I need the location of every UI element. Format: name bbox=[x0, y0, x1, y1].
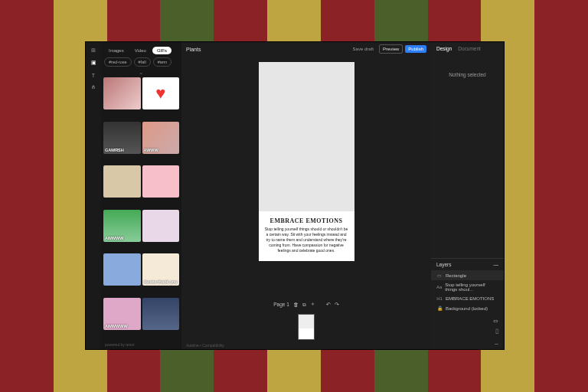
text-icon[interactable]: T bbox=[90, 71, 97, 79]
preview-button[interactable]: Preview bbox=[379, 44, 403, 54]
page-thumbnail[interactable] bbox=[298, 314, 315, 340]
gif-grid: ♥ GAWRSH AWWW AWWWW Awww thank you AWWWW… bbox=[101, 77, 181, 340]
redo-icon[interactable]: ↷ bbox=[335, 302, 339, 308]
document-title[interactable]: Plants bbox=[186, 47, 201, 52]
layers-collapse-icon[interactable]: — bbox=[494, 262, 499, 267]
gif-thumb[interactable] bbox=[103, 77, 141, 109]
main-area: Plants Save draft Preview Publish EMBRAC… bbox=[181, 42, 431, 349]
publish-button[interactable]: Publish bbox=[405, 45, 426, 53]
lock-icon: 🔒 bbox=[436, 305, 443, 311]
page[interactable]: EMBRACE EMOTIONS Stop telling yourself t… bbox=[259, 62, 354, 261]
heading-layer-icon: H1 bbox=[436, 296, 443, 301]
topbar: Plants Save draft Preview Publish bbox=[181, 42, 431, 56]
layer-row[interactable]: ▭Rectangle bbox=[431, 270, 504, 280]
delete-page-icon[interactable]: 🗑 bbox=[293, 302, 299, 307]
tab-document[interactable]: Document bbox=[458, 46, 481, 51]
embed-icon[interactable]: ⋔ bbox=[90, 83, 97, 91]
attribution: powered by tenor bbox=[101, 340, 181, 349]
gif-thumb[interactable] bbox=[142, 210, 180, 242]
gif-thumb[interactable] bbox=[142, 165, 180, 198]
more-tags[interactable]: ⌄ bbox=[101, 69, 181, 77]
layer-row[interactable]: AaStop telling yourself things shoul... bbox=[431, 280, 504, 294]
page-thumbnails bbox=[181, 312, 431, 341]
layer-row[interactable]: 🔒Background (locked) bbox=[431, 303, 504, 313]
gif-thumb[interactable]: AWWWWW bbox=[103, 298, 141, 330]
page-label: Page 1 bbox=[273, 302, 289, 307]
tab-images[interactable]: Images bbox=[104, 47, 129, 54]
add-page-icon[interactable]: ＋ bbox=[310, 301, 315, 308]
gif-thumb[interactable]: AWWWW bbox=[103, 210, 141, 242]
fit-page-icon[interactable]: ▯ bbox=[495, 328, 498, 335]
tag-chip[interactable]: #arm bbox=[153, 57, 172, 67]
tab-design[interactable]: Design bbox=[436, 46, 452, 51]
canvas[interactable]: EMBRACE EMOTIONS Stop telling yourself t… bbox=[181, 56, 431, 297]
zoom-controls: ⇔ ▯ ⎯ bbox=[431, 313, 504, 349]
page-text-block[interactable]: EMBRACE EMOTIONS Stop telling yourself t… bbox=[259, 211, 354, 261]
heart-icon: ♥ bbox=[142, 77, 180, 109]
page-image-placeholder[interactable] bbox=[259, 62, 354, 211]
tag-chip[interactable]: #red-rose bbox=[104, 57, 132, 67]
tab-video[interactable]: Video bbox=[130, 47, 151, 54]
duplicate-page-icon[interactable]: ⧉ bbox=[302, 302, 306, 308]
layer-row[interactable]: H1EMBRACE EMOTIONS bbox=[431, 294, 504, 303]
footer-info: Adaline • Compatibility bbox=[181, 341, 431, 349]
empty-selection: Nothing selected bbox=[431, 55, 504, 258]
tab-gifs[interactable]: GIFs bbox=[152, 47, 172, 54]
gif-thumb[interactable] bbox=[142, 298, 180, 330]
tag-chip[interactable]: #fall bbox=[134, 57, 151, 67]
gif-thumb[interactable] bbox=[103, 165, 141, 198]
inspector-tabs: Design Document bbox=[431, 42, 504, 55]
media-icon[interactable]: ▣ bbox=[90, 59, 97, 67]
inspector-panel: Design Document Nothing selected Layers … bbox=[431, 42, 504, 349]
rectangle-icon: ▭ bbox=[436, 273, 443, 278]
gif-thumb[interactable]: GAWRSH bbox=[103, 122, 141, 154]
media-panel: Images Video GIFs #red-rose #fall #arm ⌄… bbox=[101, 42, 181, 349]
app-frame: ⊞ ▣ T ⋔ Images Video GIFs #red-rose #fal… bbox=[85, 41, 505, 350]
zoom-slider-icon[interactable]: ⎯ bbox=[495, 338, 498, 345]
gif-thumb[interactable]: Awww thank you bbox=[142, 253, 180, 286]
layers-title: Layers bbox=[436, 262, 452, 267]
gif-thumb[interactable]: ♥ bbox=[142, 77, 180, 109]
page-heading: EMBRACE EMOTIONS bbox=[265, 217, 348, 224]
save-draft-button[interactable]: Save draft bbox=[350, 45, 377, 53]
fit-width-icon[interactable]: ⇔ bbox=[493, 318, 498, 325]
layers-panel: Layers — ▭Rectangle AaStop telling yours… bbox=[431, 258, 504, 313]
template-icon[interactable]: ⊞ bbox=[90, 47, 97, 54]
page-toolbar: Page 1 🗑 ⧉ ＋ ↶ ↷ bbox=[181, 297, 431, 312]
gif-thumb[interactable]: AWWW bbox=[142, 122, 180, 154]
text-layer-icon: Aa bbox=[436, 285, 442, 289]
left-rail: ⊞ ▣ T ⋔ bbox=[86, 42, 101, 349]
tag-row: #red-rose #fall #arm bbox=[101, 57, 181, 69]
gif-thumb[interactable] bbox=[103, 253, 141, 286]
page-body: Stop telling yourself things should or s… bbox=[265, 227, 348, 253]
media-tabs: Images Video GIFs bbox=[101, 42, 181, 57]
undo-icon[interactable]: ↶ bbox=[326, 302, 331, 308]
